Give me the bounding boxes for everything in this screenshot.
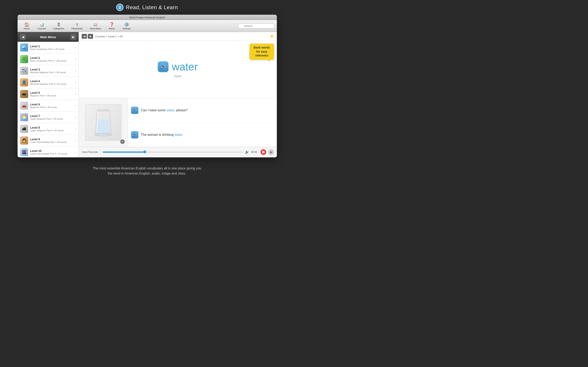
level-9-name: Level 9 xyxy=(30,138,75,141)
sidebar-header: ◀ Main Menu ▶ xyxy=(17,32,79,42)
level-3-info: Level 3 Absolute Beginner Part I • 89 wo… xyxy=(30,68,75,74)
panel-topbar: ◀ ▶ Courses > Level 1 > All ★ xyxy=(79,32,277,41)
nav-about-label: About xyxy=(109,27,115,30)
search-input[interactable] xyxy=(238,24,275,29)
audio-progress-thumb[interactable] xyxy=(143,150,146,153)
level-4-name: Level 4 xyxy=(30,80,75,83)
level-2-desc: Basic Vocabulary Part II • 100 words xyxy=(30,59,75,62)
nav-settings[interactable]: ⚙️ Settings xyxy=(119,21,134,31)
home-icon: 🏠 xyxy=(24,22,29,27)
audio-progress-bar[interactable] xyxy=(103,151,243,153)
sentence-1-before: Can I have some xyxy=(141,108,166,112)
level-7-desc: Upper Beginner Part I • 90 words xyxy=(30,118,75,120)
nav-flashcards[interactable]: 🃏 Flashcards xyxy=(68,21,86,31)
nav-courses-label: Courses xyxy=(38,27,46,30)
sentence-2-speaker-icon: 🔊 xyxy=(133,133,137,137)
level-item-1[interactable]: 🌊 Level 1 Basic Vocabulary Part I • 87 w… xyxy=(17,42,79,53)
level-6-name: Level 6 xyxy=(30,103,75,106)
bottom-content: + 🔊 Can I have some water, please? 🔊 xyxy=(79,98,277,147)
level-item-8[interactable]: 🏙 Level 8 Upper Beginner Part II • 97 wo… xyxy=(17,123,79,135)
next-button[interactable]: ▶ xyxy=(88,34,93,39)
nav-flashcards-label: Flashcards xyxy=(71,27,82,30)
level-2-name: Level 2 xyxy=(30,56,75,59)
level-9-desc: Lower Intermediate Part I • 98 words xyxy=(30,141,75,143)
nav-wordbank[interactable]: 🗂 Word Bank xyxy=(86,21,104,31)
level-8-info: Level 8 Upper Beginner Part II • 97 word… xyxy=(30,126,75,132)
main-word: water xyxy=(172,60,198,73)
play-button[interactable]: ▶ xyxy=(268,149,274,155)
voice-recorder-label: Voice Recorder xyxy=(82,151,98,154)
search-wrapper: 🔍 xyxy=(238,24,275,29)
nav-categories[interactable]: 🎛 Categories xyxy=(50,21,68,31)
level-2-thumb: 🌿 xyxy=(20,55,28,63)
sentence-row-1: 🔊 Can I have some water, please? xyxy=(128,98,277,123)
level-2-info: Level 2 Basic Vocabulary Part II • 100 w… xyxy=(30,56,75,62)
sentence-2-text: The woman is drinking water. xyxy=(141,132,183,137)
footer-line-2: the word in American English, audio, ima… xyxy=(0,171,294,176)
flashcards-icon: 🃏 xyxy=(75,22,80,27)
app-title: Read, Listen & Learn xyxy=(126,4,178,11)
level-item-2[interactable]: 🌿 Level 2 Basic Vocabulary Part II • 100… xyxy=(17,53,79,65)
level-8-thumb: 🏙 xyxy=(20,125,28,133)
footer-description: The most essential American English voca… xyxy=(0,166,294,176)
courses-icon: 📊 xyxy=(39,22,44,27)
wordbank-icon: 🗂 xyxy=(93,22,97,27)
level-8-desc: Upper Beginner Part II • 97 words xyxy=(30,129,75,132)
level-10-info: Level 10 Lower Intermediate Part II • 97… xyxy=(30,149,75,155)
level-8-name: Level 8 xyxy=(30,126,75,129)
level-item-4[interactable]: 👤 Level 4 Absolute Beginner Part II • 82… xyxy=(17,77,79,88)
sentence-row-2: 🔊 The woman is drinking water. xyxy=(128,123,277,147)
level-6-info: Level 6 Beginner Part II • 99 words xyxy=(30,103,75,108)
sidebar-back-button[interactable]: ◀ xyxy=(20,34,26,40)
sentence-1-speaker-button[interactable]: 🔊 xyxy=(131,107,138,114)
nav-courses[interactable]: 📊 Courses xyxy=(34,21,50,31)
sentence-1-text: Can I have some water, please? xyxy=(141,108,188,113)
sentence-1-after: , please? xyxy=(174,108,188,112)
record-button[interactable] xyxy=(260,149,266,155)
level-item-7[interactable]: 🌅 Level 7 Upper Beginner Part I • 90 wor… xyxy=(17,111,79,123)
level-3-arrow: › xyxy=(75,69,76,73)
main-window: Word Power American English 🏠 Home 📊 Cou… xyxy=(17,15,277,157)
level-item-10[interactable]: 🌆 Level 10 Lower Intermediate Part II • … xyxy=(17,146,79,157)
sidebar-forward-button[interactable]: ▶ xyxy=(70,34,76,40)
app-badge: 2 xyxy=(116,4,123,11)
bank-words-tooltip[interactable]: Bank words for easy reference xyxy=(250,44,274,60)
nav-about[interactable]: ❓ About xyxy=(104,21,119,31)
level-item-6[interactable]: 🚗 Level 6 Beginner Part II • 99 words › xyxy=(17,100,79,111)
level-7-arrow: › xyxy=(75,115,76,119)
level-item-3[interactable]: ✈️ Level 3 Absolute Beginner Part I • 89… xyxy=(17,65,79,77)
word-speaker-button[interactable]: 🔊 xyxy=(158,61,168,72)
level-5-desc: Beginner Part I • 96 words xyxy=(30,94,75,97)
breadcrumb: Courses > Level 1 > All xyxy=(95,35,270,38)
sentences-panel: 🔊 Can I have some water, please? 🔊 The w… xyxy=(128,98,277,147)
level-4-info: Level 4 Absolute Beginner Part II • 82 w… xyxy=(30,80,75,85)
level-2-arrow: › xyxy=(75,57,76,61)
nav-home[interactable]: 🏠 Home xyxy=(20,21,34,31)
window-title-text: Word Power American English xyxy=(129,16,165,19)
word-image xyxy=(85,104,122,141)
image-expand-button[interactable]: + xyxy=(120,140,125,144)
sidebar-title: Main Menu xyxy=(27,35,69,39)
sentence-2-speaker-button[interactable]: 🔊 xyxy=(131,131,138,138)
audio-progress-fill xyxy=(103,151,145,153)
level-3-name: Level 3 xyxy=(30,68,75,71)
level-1-arrow: › xyxy=(75,46,76,49)
level-1-name: Level 1 xyxy=(30,45,75,48)
favorite-button[interactable]: ★ xyxy=(270,34,274,39)
level-9-info: Level 9 Lower Intermediate Part I • 98 w… xyxy=(30,138,75,143)
prev-button[interactable]: ◀ xyxy=(82,34,87,39)
app-header: 2 Read, Listen & Learn xyxy=(0,0,294,14)
level-item-9[interactable]: 👩 Level 9 Lower Intermediate Part I • 98… xyxy=(17,135,79,146)
level-item-5[interactable]: 🏘 Level 5 Beginner Part I • 96 words › xyxy=(17,88,79,100)
sentence-2-after: . xyxy=(182,133,183,136)
water-glass-svg xyxy=(93,108,113,137)
level-5-info: Level 5 Beginner Part I • 96 words xyxy=(30,91,75,97)
speaker-icon: 🔊 xyxy=(160,64,166,69)
level-5-thumb: 🏘 xyxy=(20,90,28,98)
audio-waves-icon: 🔊 xyxy=(245,150,249,154)
window-titlebar: Word Power American English xyxy=(17,15,277,20)
level-7-thumb: 🌅 xyxy=(20,113,28,121)
nav-wordbank-label: Word Bank xyxy=(90,27,101,30)
image-panel: + xyxy=(79,98,128,147)
sentence-2-highlight: water xyxy=(174,133,182,136)
